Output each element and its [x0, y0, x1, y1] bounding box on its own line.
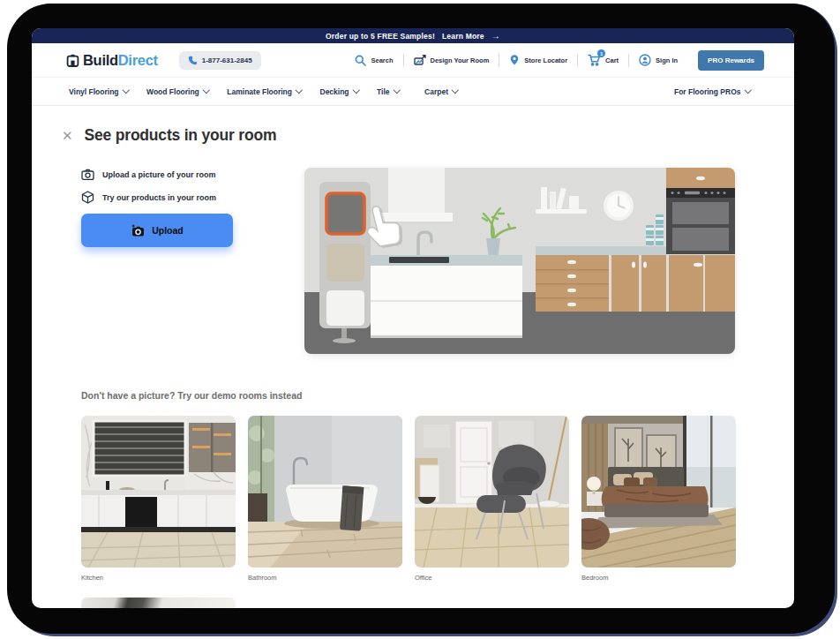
map-pin-icon [509, 54, 520, 66]
site-header: BuildDirect 1-877-631-2845 Search [32, 43, 794, 77]
promo-banner[interactable]: Order up to 5 FREE Samples! Learn More → [32, 28, 794, 43]
action-label: Search [371, 56, 393, 64]
upload-panel: Upload a picture of your room Try our pr… [81, 168, 304, 354]
cart-badge: 1 [597, 49, 605, 57]
upload-button-label: Upload [152, 225, 184, 236]
demo-card-label: Bathroom [248, 574, 402, 582]
phone-number: 1-877-631-2845 [202, 56, 252, 64]
promo-text: Order up to 5 FREE Samples! [326, 32, 435, 41]
partial-demo-card[interactable] [81, 598, 236, 608]
action-label: Sign In [656, 56, 678, 64]
user-icon [639, 54, 651, 66]
action-label: Design Your Room [431, 56, 490, 64]
header-actions: Search Design Your Room Store Locator [345, 50, 764, 71]
logo-text: BuildDirect [83, 52, 158, 69]
design-room-icon [414, 55, 426, 66]
action-label: Cart [605, 56, 619, 64]
feature-label: Try our products in your room [102, 193, 216, 202]
store-locator-button[interactable]: Store Locator [499, 54, 577, 66]
modal-header: ✕ See products in your room [32, 126, 794, 145]
chevron-down-icon [352, 86, 359, 94]
demo-card-kitchen[interactable]: Kitchen [81, 416, 236, 582]
demo-card-office[interactable]: Office [415, 416, 569, 582]
nav-carpet[interactable]: Carpet [424, 87, 457, 96]
nav-decking[interactable]: Decking [320, 87, 359, 96]
builddirect-logo[interactable]: BuildDirect [66, 52, 158, 69]
chevron-down-icon [122, 86, 129, 94]
demo-card-bedroom[interactable]: Bedroom [581, 416, 736, 582]
office-photo [415, 416, 569, 568]
pro-rewards-button[interactable]: PRO Rewards [698, 50, 764, 71]
cube-icon [81, 191, 94, 204]
nav-tile[interactable]: Tile [377, 87, 399, 96]
room-visualizer-illustration[interactable] [304, 168, 735, 354]
design-your-room-button[interactable]: Design Your Room [404, 55, 499, 66]
page-background: Order up to 5 FREE Samples! Learn More →… [0, 0, 840, 639]
bathroom-photo [248, 416, 402, 568]
demo-card-label: Bedroom [581, 574, 736, 582]
search-icon [355, 55, 366, 66]
feature-try-products: Try our products in your room [81, 191, 304, 204]
chevron-down-icon [393, 86, 400, 94]
bedroom-photo [581, 416, 736, 568]
search-button[interactable]: Search [345, 55, 402, 66]
nav-wood-flooring[interactable]: Wood Flooring [146, 87, 208, 96]
page-title: See products in your room [85, 126, 277, 145]
learn-more-link[interactable]: Learn More [442, 32, 484, 41]
action-label: Store Locator [524, 56, 567, 64]
home-icon [66, 54, 79, 67]
camera-plus-icon [131, 224, 145, 237]
demo-card-bathroom[interactable]: Bathroom [248, 416, 402, 582]
camera-outline-icon [81, 168, 94, 181]
upload-button[interactable]: Upload [81, 214, 233, 247]
chevron-down-icon [203, 86, 210, 94]
demo-card-label: Kitchen [81, 574, 236, 582]
nav-laminate-flooring[interactable]: Laminate Flooring [227, 87, 301, 96]
feature-label: Upload a picture of your room [102, 170, 216, 179]
kitchen-photo [81, 416, 236, 568]
demo-rooms-heading: Don't have a picture? Try our demo rooms… [32, 390, 794, 401]
demo-card-label: Office [415, 574, 569, 582]
modal-body: Upload a picture of your room Try our pr… [32, 168, 794, 354]
arrow-right-icon: → [491, 31, 500, 41]
demo-room-cards: Kitchen [32, 416, 794, 582]
nav-vinyl-flooring[interactable]: Vinyl Flooring [69, 87, 128, 96]
kitchen-illustration [304, 168, 735, 354]
browser-screen: Order up to 5 FREE Samples! Learn More →… [32, 28, 794, 608]
main-nav: Vinyl Flooring Wood Flooring Laminate Fl… [32, 77, 794, 106]
cart-button[interactable]: 1 Cart [578, 54, 628, 66]
sign-in-button[interactable]: Sign In [629, 54, 687, 66]
phone-icon [188, 56, 198, 65]
chevron-down-icon [296, 86, 303, 94]
tablet-frame: Order up to 5 FREE Samples! Learn More →… [7, 4, 835, 634]
close-icon[interactable]: ✕ [62, 129, 73, 142]
feature-upload-picture: Upload a picture of your room [81, 168, 304, 181]
phone-button[interactable]: 1-877-631-2845 [179, 51, 261, 70]
nav-flooring-pros[interactable]: For Flooring PROs [674, 87, 750, 96]
cart-icon: 1 [588, 54, 601, 66]
chevron-down-icon [452, 86, 459, 94]
chevron-down-icon [744, 86, 751, 94]
